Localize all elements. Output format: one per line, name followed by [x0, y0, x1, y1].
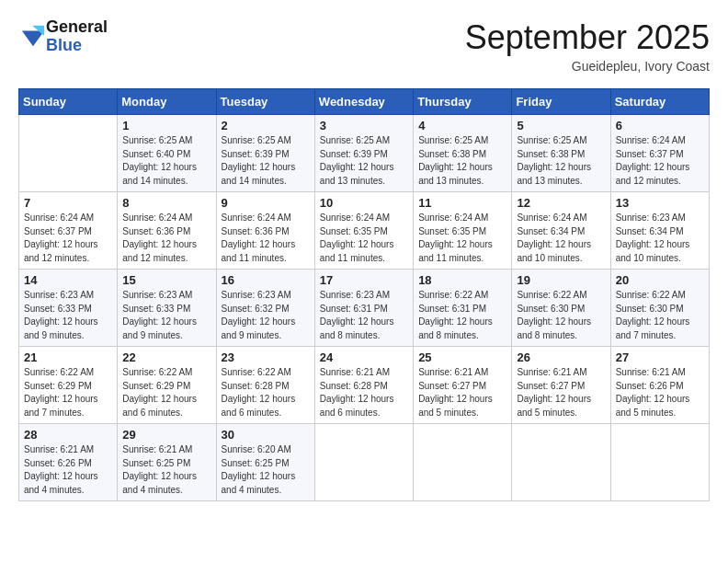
calendar-cell: [610, 424, 709, 501]
day-number: 25: [418, 350, 506, 364]
page-header: General Blue September 2025 Gueidepleu, …: [18, 18, 710, 74]
day-info: Sunrise: 6:22 AM Sunset: 6:29 PM Dayligh…: [24, 366, 112, 419]
calendar-cell: 2Sunrise: 6:25 AM Sunset: 6:39 PM Daylig…: [216, 115, 314, 192]
day-info: Sunrise: 6:21 AM Sunset: 6:26 PM Dayligh…: [616, 366, 704, 419]
calendar-cell: 19Sunrise: 6:22 AM Sunset: 6:30 PM Dayli…: [512, 270, 610, 347]
day-number: 8: [122, 196, 210, 210]
day-number: 16: [222, 273, 310, 287]
day-info: Sunrise: 6:22 AM Sunset: 6:28 PM Dayligh…: [222, 366, 310, 419]
day-number: 5: [517, 119, 605, 132]
day-info: Sunrise: 6:21 AM Sunset: 6:28 PM Dayligh…: [320, 366, 408, 419]
calendar-week-row: 28Sunrise: 6:21 AM Sunset: 6:26 PM Dayli…: [19, 424, 710, 501]
day-number: 28: [24, 428, 112, 442]
calendar-header-row: SundayMondayTuesdayWednesdayThursdayFrid…: [19, 89, 710, 115]
calendar-cell: 27Sunrise: 6:21 AM Sunset: 6:26 PM Dayli…: [610, 347, 709, 424]
calendar-cell: 20Sunrise: 6:22 AM Sunset: 6:30 PM Dayli…: [610, 270, 709, 347]
day-number: 23: [222, 350, 310, 364]
day-number: 24: [320, 350, 408, 364]
calendar-cell: 28Sunrise: 6:21 AM Sunset: 6:26 PM Dayli…: [19, 424, 118, 501]
calendar-header-cell: Friday: [512, 89, 610, 115]
calendar-cell: [19, 115, 118, 192]
calendar-header-cell: Wednesday: [314, 89, 413, 115]
day-info: Sunrise: 6:20 AM Sunset: 6:25 PM Dayligh…: [222, 443, 310, 497]
calendar-table: SundayMondayTuesdayWednesdayThursdayFrid…: [18, 88, 710, 501]
title-block: September 2025 Gueidepleu, Ivory Coast: [465, 18, 710, 74]
day-info: Sunrise: 6:23 AM Sunset: 6:34 PM Dayligh…: [616, 212, 704, 265]
day-number: 22: [122, 350, 210, 364]
calendar-body: 1Sunrise: 6:25 AM Sunset: 6:40 PM Daylig…: [19, 115, 710, 501]
calendar-cell: 3Sunrise: 6:25 AM Sunset: 6:39 PM Daylig…: [314, 115, 413, 192]
calendar-cell: 10Sunrise: 6:24 AM Sunset: 6:35 PM Dayli…: [314, 192, 413, 270]
calendar-cell: 4Sunrise: 6:25 AM Sunset: 6:38 PM Daylig…: [414, 115, 512, 192]
calendar-week-row: 1Sunrise: 6:25 AM Sunset: 6:40 PM Daylig…: [19, 115, 710, 192]
calendar-cell: 24Sunrise: 6:21 AM Sunset: 6:28 PM Dayli…: [314, 347, 413, 424]
calendar-cell: 14Sunrise: 6:23 AM Sunset: 6:33 PM Dayli…: [19, 270, 118, 347]
location-subtitle: Gueidepleu, Ivory Coast: [465, 59, 710, 74]
day-info: Sunrise: 6:21 AM Sunset: 6:27 PM Dayligh…: [517, 366, 605, 419]
calendar-cell: 11Sunrise: 6:24 AM Sunset: 6:35 PM Dayli…: [414, 192, 512, 270]
day-info: Sunrise: 6:21 AM Sunset: 6:25 PM Dayligh…: [122, 443, 210, 497]
day-number: 21: [24, 350, 112, 364]
day-number: 13: [616, 196, 704, 210]
day-info: Sunrise: 6:22 AM Sunset: 6:30 PM Dayligh…: [616, 289, 704, 342]
logo-icon: [20, 24, 46, 50]
day-number: 10: [320, 196, 408, 210]
calendar-cell: 12Sunrise: 6:24 AM Sunset: 6:34 PM Dayli…: [512, 192, 610, 270]
calendar-cell: 23Sunrise: 6:22 AM Sunset: 6:28 PM Dayli…: [216, 347, 314, 424]
day-number: 26: [517, 350, 605, 364]
day-number: 30: [222, 428, 310, 442]
day-info: Sunrise: 6:21 AM Sunset: 6:27 PM Dayligh…: [418, 366, 506, 419]
calendar-cell: 5Sunrise: 6:25 AM Sunset: 6:38 PM Daylig…: [512, 115, 610, 192]
day-number: 17: [320, 273, 408, 287]
day-info: Sunrise: 6:24 AM Sunset: 6:36 PM Dayligh…: [122, 212, 210, 265]
calendar-header-cell: Monday: [118, 89, 216, 115]
day-number: 20: [616, 273, 704, 287]
day-number: 14: [24, 273, 112, 287]
day-number: 12: [517, 196, 605, 210]
day-info: Sunrise: 6:22 AM Sunset: 6:29 PM Dayligh…: [122, 366, 210, 419]
day-info: Sunrise: 6:23 AM Sunset: 6:33 PM Dayligh…: [24, 289, 112, 342]
day-number: 15: [122, 273, 210, 287]
logo-line2: Blue: [46, 37, 108, 55]
logo: General Blue: [18, 18, 108, 55]
logo-line1: General: [46, 18, 108, 37]
calendar-cell: 22Sunrise: 6:22 AM Sunset: 6:29 PM Dayli…: [118, 347, 216, 424]
calendar-header-cell: Tuesday: [216, 89, 314, 115]
calendar-cell: [512, 424, 610, 501]
calendar-header-cell: Thursday: [414, 89, 512, 115]
day-info: Sunrise: 6:24 AM Sunset: 6:35 PM Dayligh…: [320, 212, 408, 265]
day-info: Sunrise: 6:23 AM Sunset: 6:31 PM Dayligh…: [320, 289, 408, 342]
day-info: Sunrise: 6:25 AM Sunset: 6:39 PM Dayligh…: [222, 134, 310, 188]
calendar-cell: 13Sunrise: 6:23 AM Sunset: 6:34 PM Dayli…: [610, 192, 709, 270]
day-info: Sunrise: 6:25 AM Sunset: 6:40 PM Dayligh…: [122, 134, 210, 188]
svg-marker-0: [22, 30, 44, 46]
day-number: 29: [122, 428, 210, 442]
day-number: 11: [418, 196, 506, 210]
day-info: Sunrise: 6:25 AM Sunset: 6:39 PM Dayligh…: [320, 134, 408, 188]
day-info: Sunrise: 6:24 AM Sunset: 6:34 PM Dayligh…: [517, 212, 605, 265]
day-number: 6: [616, 119, 704, 132]
day-info: Sunrise: 6:21 AM Sunset: 6:26 PM Dayligh…: [24, 443, 112, 497]
calendar-week-row: 7Sunrise: 6:24 AM Sunset: 6:37 PM Daylig…: [19, 192, 710, 270]
day-info: Sunrise: 6:23 AM Sunset: 6:32 PM Dayligh…: [222, 289, 310, 342]
calendar-header-cell: Sunday: [19, 89, 118, 115]
calendar-cell: [314, 424, 413, 501]
day-info: Sunrise: 6:24 AM Sunset: 6:36 PM Dayligh…: [222, 212, 310, 265]
calendar-cell: 25Sunrise: 6:21 AM Sunset: 6:27 PM Dayli…: [414, 347, 512, 424]
day-info: Sunrise: 6:24 AM Sunset: 6:35 PM Dayligh…: [418, 212, 506, 265]
day-number: 27: [616, 350, 704, 364]
day-number: 9: [222, 196, 310, 210]
day-number: 2: [222, 119, 310, 132]
calendar-cell: 30Sunrise: 6:20 AM Sunset: 6:25 PM Dayli…: [216, 424, 314, 501]
calendar-cell: 29Sunrise: 6:21 AM Sunset: 6:25 PM Dayli…: [118, 424, 216, 501]
day-info: Sunrise: 6:24 AM Sunset: 6:37 PM Dayligh…: [616, 134, 704, 188]
calendar-cell: 7Sunrise: 6:24 AM Sunset: 6:37 PM Daylig…: [19, 192, 118, 270]
day-number: 3: [320, 119, 408, 132]
day-number: 7: [24, 196, 112, 210]
calendar-cell: 8Sunrise: 6:24 AM Sunset: 6:36 PM Daylig…: [118, 192, 216, 270]
day-info: Sunrise: 6:25 AM Sunset: 6:38 PM Dayligh…: [517, 134, 605, 188]
day-number: 18: [418, 273, 506, 287]
calendar-cell: 17Sunrise: 6:23 AM Sunset: 6:31 PM Dayli…: [314, 270, 413, 347]
day-number: 4: [418, 119, 506, 132]
calendar-cell: 21Sunrise: 6:22 AM Sunset: 6:29 PM Dayli…: [19, 347, 118, 424]
